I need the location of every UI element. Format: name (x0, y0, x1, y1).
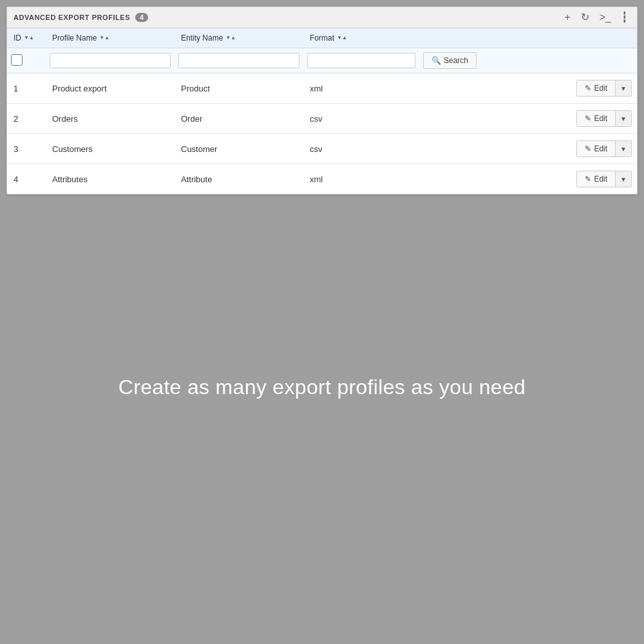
row-4-entity-name: Attribute (175, 164, 303, 194)
row-1-format: xml (303, 73, 419, 104)
search-icon: 🔍 (431, 56, 441, 65)
row-2-edit-button[interactable]: ✎ Edit (577, 111, 615, 126)
refresh-icon: ↻ (581, 12, 589, 23)
row-3-edit-button[interactable]: ✎ Edit (577, 141, 615, 156)
filter-entity-input[interactable] (178, 53, 299, 68)
refresh-button[interactable]: ↻ (578, 11, 592, 24)
row-1-edit-dropdown[interactable]: ▼ (615, 80, 631, 96)
row-4-id: 4 (7, 164, 46, 194)
table-row: 2 Orders Order csv ✎ Edit ▼ (7, 104, 637, 134)
pencil-icon: ✎ (585, 84, 591, 93)
panel-record-count: 4 (135, 13, 148, 22)
add-button[interactable]: + (562, 11, 573, 24)
row-4-edit-dropdown[interactable]: ▼ (615, 171, 631, 187)
filter-format-cell (303, 48, 419, 73)
row-2-actions: ✎ Edit ▼ (419, 104, 637, 134)
tagline-text: Create as many export profiles as you ne… (0, 375, 644, 399)
col-header-entity-name[interactable]: Entity Name ▼▲ (175, 28, 303, 48)
main-panel: ADVANCED EXPORT PROFILES 4 + ↻ >_ ┇ ID (6, 6, 638, 194)
row-1-profile-name: Product export (46, 73, 175, 104)
filter-format-input[interactable] (307, 53, 415, 68)
row-3-edit-group: ✎ Edit ▼ (576, 140, 632, 157)
add-icon: + (564, 12, 570, 23)
table-row: 4 Attributes Attribute xml ✎ Edit ▼ (7, 164, 637, 194)
row-3-entity-name: Customer (175, 134, 303, 164)
row-2-edit-group: ✎ Edit ▼ (576, 110, 632, 127)
search-button[interactable]: 🔍 Search (423, 52, 477, 69)
database-button[interactable]: ┇ (619, 11, 630, 24)
row-4-edit-group: ✎ Edit ▼ (576, 171, 632, 187)
row-3-format: csv (303, 134, 419, 164)
table-header-row: ID ▼▲ Profile Name ▼▲ Entity Name ▼▲ (7, 28, 637, 48)
col-header-actions (419, 28, 637, 48)
table-body: 1 Product export Product xml ✎ Edit ▼ 2 (7, 73, 637, 194)
terminal-icon: >_ (600, 12, 611, 23)
row-1-edit-button[interactable]: ✎ Edit (577, 80, 615, 96)
row-4-profile-name: Attributes (46, 164, 175, 194)
row-2-edit-dropdown[interactable]: ▼ (615, 111, 631, 126)
col-header-id[interactable]: ID ▼▲ (7, 28, 46, 48)
row-4-format: xml (303, 164, 419, 194)
filter-entity-cell (175, 48, 303, 73)
col-header-format[interactable]: Format ▼▲ (303, 28, 419, 48)
row-2-format: csv (303, 104, 419, 134)
filter-row: 🔍 Search (7, 48, 637, 73)
row-2-entity-name: Order (175, 104, 303, 134)
row-2-profile-name: Orders (46, 104, 175, 134)
row-1-actions: ✎ Edit ▼ (419, 73, 637, 104)
row-1-edit-group: ✎ Edit ▼ (576, 80, 632, 97)
pencil-icon: ✎ (585, 144, 591, 153)
filter-profile-cell (46, 48, 175, 73)
row-3-profile-name: Customers (46, 134, 175, 164)
row-3-id: 3 (7, 134, 46, 164)
panel-actions: + ↻ >_ ┇ (562, 11, 630, 24)
col-header-profile-name[interactable]: Profile Name ▼▲ (46, 28, 175, 48)
panel-title: ADVANCED EXPORT PROFILES (14, 14, 130, 21)
row-4-actions: ✎ Edit ▼ (419, 164, 637, 194)
filter-profile-input[interactable] (50, 53, 171, 68)
terminal-button[interactable]: >_ (597, 11, 614, 24)
database-icon: ┇ (621, 12, 628, 23)
row-2-id: 2 (7, 104, 46, 134)
row-4-edit-button[interactable]: ✎ Edit (577, 171, 615, 187)
panel-title-area: ADVANCED EXPORT PROFILES 4 (14, 13, 148, 22)
pencil-icon: ✎ (585, 175, 591, 184)
filter-id-cell (7, 48, 46, 73)
pencil-icon: ✎ (585, 114, 591, 123)
filter-search-cell: 🔍 Search (419, 48, 637, 73)
table-row: 1 Product export Product xml ✎ Edit ▼ (7, 73, 637, 104)
select-all-checkbox[interactable] (11, 54, 23, 66)
row-3-actions: ✎ Edit ▼ (419, 134, 637, 164)
row-3-edit-dropdown[interactable]: ▼ (615, 141, 631, 156)
row-1-entity-name: Product (175, 73, 303, 104)
export-profiles-table: ID ▼▲ Profile Name ▼▲ Entity Name ▼▲ (7, 28, 637, 194)
panel-header: ADVANCED EXPORT PROFILES 4 + ↻ >_ ┇ (7, 7, 637, 28)
table-row: 3 Customers Customer csv ✎ Edit ▼ (7, 134, 637, 164)
row-1-id: 1 (7, 73, 46, 104)
